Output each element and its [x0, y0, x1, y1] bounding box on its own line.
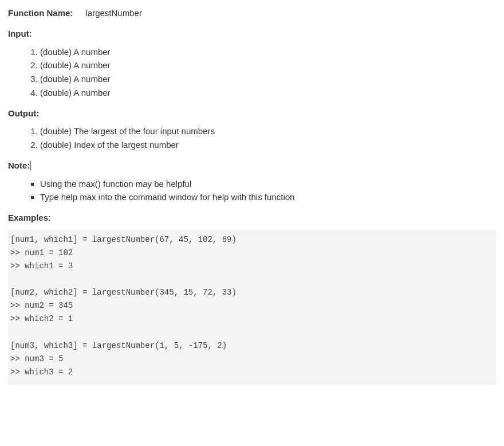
input-item: (double) A number: [40, 59, 496, 72]
function-name-label: Function Name:: [8, 7, 73, 19]
function-name-row: Function Name: largestNumber: [8, 7, 496, 19]
input-item: (double) A number: [40, 73, 496, 85]
note-item: Using the max() function may be helpful: [40, 178, 496, 190]
output-item: (double) The largest of the four input n…: [40, 125, 496, 138]
input-item: (double) A number: [40, 46, 496, 58]
examples-heading: Examples:: [8, 212, 496, 224]
input-list: (double) A number (double) A number (dou…: [8, 46, 496, 99]
output-heading: Output:: [8, 107, 496, 120]
text-cursor-icon: [30, 161, 31, 170]
function-name-value: largestNumber: [86, 7, 142, 19]
note-heading: Note:: [8, 159, 496, 172]
note-label: Note:: [8, 161, 30, 170]
note-item: Type help max into the command window fo…: [40, 191, 496, 204]
output-item: (double) Index of the largest number: [40, 139, 496, 151]
input-heading: Input:: [8, 28, 496, 40]
output-list: (double) The largest of the four input n…: [8, 125, 496, 151]
input-item: (double) A number: [40, 87, 496, 99]
examples-code-block: [num1, which1] = largestNumber(67, 45, 1…: [8, 230, 496, 385]
note-list: Using the max() function may be helpful …: [8, 178, 496, 204]
